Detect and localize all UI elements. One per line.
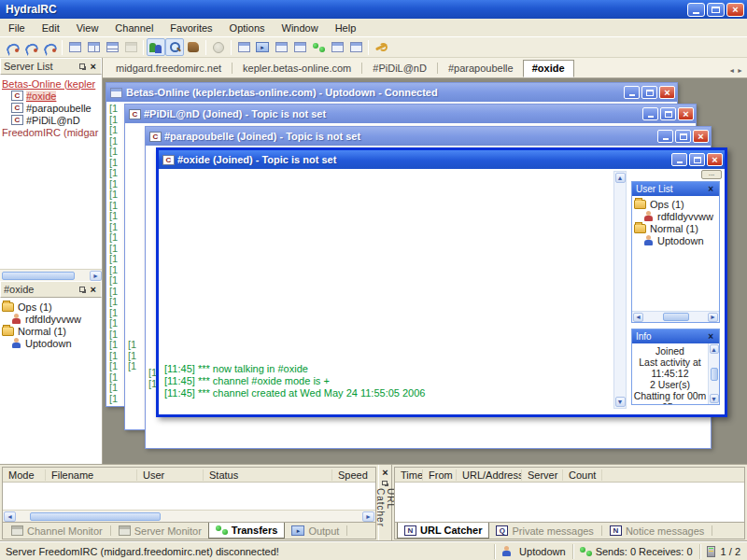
url-catcher-toggle[interactable] [328,38,346,56]
window-oxide[interactable]: C #oxide (Joined) - Topic is not set ...… [156,147,727,417]
window-maximize-button[interactable] [660,107,676,120]
app-minimize-button[interactable] [687,3,705,17]
window-titlebar[interactable]: C #parapoubelle (Joined) - Topic is not … [146,127,711,146]
chat-log[interactable]: [11:45] *** now talking in #oxide [11:45… [164,363,425,399]
tile-vertical-button[interactable] [84,38,103,56]
scrollbar-thumb[interactable] [711,368,718,381]
server-label[interactable]: FreedomIRC (midgar [2,127,98,138]
menu-help[interactable]: Help [327,21,365,35]
menu-view[interactable]: View [68,21,107,35]
column-mode[interactable]: Mode [3,469,46,481]
menu-file[interactable]: File [0,21,34,35]
url-list[interactable] [395,483,744,522]
user-item-rdfdldyvvww[interactable]: rdfdldyvvww [0,313,102,325]
pin-icon[interactable] [79,287,85,292]
column-count[interactable]: Count [563,469,602,481]
channel-item-parapoubelle[interactable]: C #parapoubelle [0,102,102,114]
arrange-icons-button[interactable] [121,38,140,56]
window-titlebar[interactable]: Betas-Online (kepler.betas-online.com) -… [106,83,677,102]
output-toggle[interactable]: ▸ [253,38,272,56]
transfers-list[interactable] [3,483,375,510]
server-list-toggle[interactable] [290,38,309,56]
reconnect-button[interactable] [21,38,40,56]
window-minimize-button[interactable] [642,107,658,120]
tab-scroll-left-icon[interactable] [728,67,735,74]
channel-label[interactable]: #oxide [26,91,56,102]
user-item-uptodown[interactable]: Uptodown [632,234,719,246]
app-restore-button[interactable] [707,3,725,17]
status-transfers-cell[interactable]: Sends: 0 Receives: 0 [572,544,699,559]
disconnect-button[interactable] [40,38,59,56]
user-list-close-icon[interactable] [706,184,715,194]
scroll-up-icon[interactable] [615,173,626,183]
column-server[interactable]: Server [522,469,563,481]
scroll-up-icon[interactable] [710,344,719,354]
status-nick-cell[interactable]: Uptodown [494,544,572,559]
server-list-hscrollbar[interactable] [0,269,102,281]
status-servers-cell[interactable]: 1 / 2 [699,544,747,559]
cascade-windows-button[interactable] [65,38,84,56]
server-item-freedomirc[interactable]: FreedomIRC (midgar [0,126,102,138]
tab-channel-monitor[interactable]: Channel Monitor [5,523,109,539]
window-close-button[interactable] [693,130,709,143]
channel-item-pidiland[interactable]: C #PiDiL@nD [0,114,102,126]
window-close-button[interactable] [678,107,694,120]
window-minimize-button[interactable] [671,153,687,166]
strip-close-icon[interactable] [380,467,389,478]
scroll-left-icon[interactable] [4,511,16,522]
user-list-hscrollbar[interactable] [632,311,719,322]
oxide-panel-close-icon[interactable] [89,284,98,295]
panel-toggle-button[interactable]: ... [701,170,722,179]
tab-scroll-right-icon[interactable] [737,67,743,74]
app-close-button[interactable] [726,3,744,17]
user-label[interactable]: rdfdldyvvww [25,314,81,325]
menu-options[interactable]: Options [221,21,274,35]
user-label[interactable]: Uptodown [657,235,704,246]
server-label[interactable]: Betas-Online (kepler [2,78,95,90]
group-normal[interactable]: Normal (1) [632,222,719,234]
dcc-button[interactable] [184,38,203,56]
window-close-button[interactable] [659,86,675,99]
window-titlebar[interactable]: C #oxide (Joined) - Topic is not set [159,150,725,169]
scrollbar-thumb[interactable] [2,272,75,280]
search-button[interactable] [165,38,184,56]
window-close-button[interactable] [707,153,723,166]
user-label[interactable]: rdfdldyvvww [657,211,713,222]
channel-monitor-toggle[interactable] [234,38,253,56]
user-item-uptodown[interactable]: Uptodown [0,337,102,349]
column-from[interactable]: From [423,469,457,481]
window-minimize-button[interactable] [657,130,673,143]
pin-icon[interactable] [79,63,85,69]
column-url-address[interactable]: URL/Address [457,469,522,481]
channel-label[interactable]: #PiDiL@nD [26,115,80,126]
pin-icon[interactable] [382,481,388,485]
scroll-left-icon[interactable] [633,313,643,322]
column-speed[interactable]: Speed [332,469,374,481]
window-maximize-button[interactable] [689,153,705,166]
server-item-betas-online[interactable]: Betas-Online (kepler [0,77,102,90]
scroll-down-icon[interactable] [615,397,626,407]
transfers-hscrollbar[interactable] [3,510,375,522]
scroll-right-icon[interactable] [90,271,102,281]
tab-server-monitor[interactable]: Server Monitor [112,523,208,539]
message-window-toggle[interactable] [346,38,365,56]
window-titlebar[interactable]: C #PiDiL@nD (Joined) - Topic is not set [125,105,696,123]
chat-vscrollbar[interactable] [613,171,627,409]
user-list-header[interactable]: User List [632,182,719,196]
tab-private-messages[interactable]: Q Private messages [489,523,599,539]
column-status[interactable]: Status [204,469,332,481]
menu-channel[interactable]: Channel [106,21,162,35]
tab-url-catcher[interactable]: N URL Catcher [397,523,489,539]
menu-window[interactable]: Window [274,21,327,35]
user-label[interactable]: Uptodown [25,338,72,349]
tab-parapoubelle[interactable]: #parapoubelle [439,60,523,77]
channel-label[interactable]: #parapoubelle [26,103,92,114]
url-catcher-strip-label[interactable]: URL Catcher [375,488,396,541]
column-time[interactable]: Time [395,469,423,481]
scrollbar-thumb[interactable] [663,313,689,321]
group-ops[interactable]: Ops (1) [632,198,719,210]
tab-transfers[interactable]: Transfers [208,523,286,539]
info-vscrollbar[interactable] [708,343,719,404]
tab-midgard-freedomirc[interactable]: midgard.freedomirc.net [106,60,231,77]
window-maximize-button[interactable] [675,130,691,143]
